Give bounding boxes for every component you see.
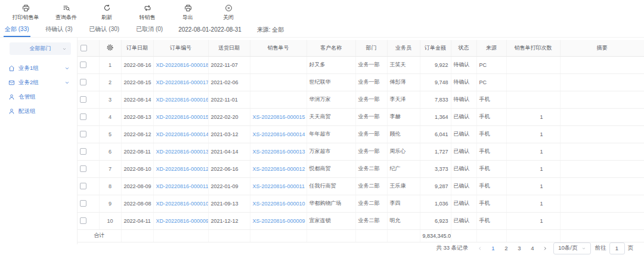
page-size-value: 10条/页 — [558, 244, 577, 252]
order-no-link[interactable]: XD-20220816-000011 — [156, 183, 209, 189]
status-cell: 已确认 — [451, 108, 476, 125]
col-header-amount[interactable]: 订单金额 — [420, 40, 451, 56]
delivery-date-cell: 2022-06-16 — [208, 160, 250, 177]
row-checkbox[interactable] — [80, 62, 86, 68]
sidebar-item-business-group-2[interactable]: 业务2组 — [0, 75, 77, 90]
user-icon — [8, 108, 15, 115]
row-checkbox[interactable] — [80, 131, 86, 137]
col-header-print-count[interactable]: 销售单打印次数 — [506, 40, 560, 56]
sidebar-item-delivery-group[interactable]: 配送组 — [0, 104, 77, 118]
status-cell: 已确认 — [451, 212, 476, 229]
sales-no-link[interactable]: XS-20220816-000010 — [253, 201, 305, 207]
row-checkbox[interactable] — [80, 148, 86, 155]
sales-no-link[interactable]: XS-20220816-000013 — [253, 149, 305, 155]
col-header-dept[interactable]: 部门 — [355, 40, 387, 56]
row-checkbox[interactable] — [80, 165, 86, 172]
page-button-2[interactable]: 2 — [501, 244, 510, 253]
select-all-checkbox[interactable] — [80, 45, 87, 51]
order-no-link[interactable]: XD-20220816-000012 — [156, 166, 209, 172]
page-button-1[interactable]: 1 — [488, 244, 497, 253]
goto-page-input[interactable] — [609, 242, 625, 254]
refresh-button[interactable]: 刷新 — [93, 4, 120, 22]
row-checkbox[interactable] — [80, 217, 86, 224]
user-icon — [8, 94, 15, 100]
page-button-4[interactable]: 4 — [528, 244, 537, 253]
order-no-link[interactable]: XD-20220816-000016 — [156, 97, 209, 103]
status-tabs: 全部 (33) 待确认 (3) 已确认 (30) 已取消 (0) 2022-08… — [0, 22, 644, 38]
chevron-down-icon — [64, 80, 70, 85]
source-cell: PC — [476, 56, 506, 73]
department-selector[interactable]: 全部部门 — [10, 42, 71, 55]
row-checkbox[interactable] — [80, 200, 86, 207]
summary-cell — [560, 125, 644, 143]
summary-cell — [560, 160, 644, 177]
query-conditions-button[interactable]: 查询条件 — [52, 4, 80, 22]
tab-label: 已确认 (30) — [89, 25, 120, 33]
row-index-cell: 7 — [99, 160, 121, 177]
order-date-cell: 2022-08-14 — [121, 91, 153, 108]
sidebar-item-label: 配送组 — [18, 108, 36, 115]
col-header-order-no[interactable]: 订单编号 — [153, 40, 208, 56]
col-header-salesperson[interactable]: 业务员 — [387, 40, 420, 56]
row-checkbox[interactable] — [80, 183, 86, 189]
prev-page-button[interactable] — [476, 244, 484, 253]
col-header-order-date[interactable]: 订单日期 — [121, 40, 153, 56]
tab-confirmed[interactable]: 已确认 (30) — [88, 22, 121, 37]
tab-pending-confirm[interactable]: 待确认 (3) — [45, 22, 74, 37]
chevron-down-icon — [62, 47, 67, 51]
export-button[interactable]: 导出 — [174, 4, 202, 22]
print-count-cell: 1 — [506, 108, 560, 125]
tab-all[interactable]: 全部 (33) — [4, 22, 30, 37]
salesperson-cell: 傅彭薄 — [387, 73, 420, 91]
source-filter[interactable]: 来源: 全部 — [257, 22, 284, 37]
order-no-link[interactable]: XD-20220816-000018 — [156, 62, 209, 68]
status-cell: 已确认 — [451, 143, 476, 160]
col-header-summary[interactable]: 摘要 — [560, 40, 644, 56]
order-no-link[interactable]: XD-20220816-000013 — [156, 149, 209, 155]
column-settings-gear-icon[interactable] — [106, 44, 114, 51]
col-header-delivery-date[interactable]: 送货日期 — [208, 40, 250, 56]
sales-no-link[interactable]: XS-20220816-000011 — [253, 183, 305, 189]
close-button[interactable]: 关闭 — [215, 4, 242, 22]
row-checkbox[interactable] — [80, 79, 86, 85]
tab-cancelled[interactable]: 已取消 (0) — [135, 22, 164, 37]
print-sales-order-button[interactable]: 打印销售单 — [12, 4, 39, 22]
col-header-status[interactable]: 状态 — [451, 40, 476, 56]
col-header-source[interactable]: 来源 — [476, 40, 506, 56]
delivery-date-cell: 2022-01-09 — [208, 177, 250, 195]
summary-cell — [560, 143, 644, 160]
sidebar-item-warehouse-group[interactable]: 仓管组 — [0, 90, 77, 104]
sidebar-item-business-group-1[interactable]: 业务1组 — [0, 61, 77, 75]
col-header-customer[interactable]: 客户名称 — [306, 40, 355, 56]
order-date-cell: 2022-04-11 — [121, 212, 153, 229]
tool-label: 关闭 — [223, 14, 234, 22]
print-count-cell — [506, 91, 560, 108]
order-no-link[interactable]: XD-20220816-000015 — [156, 114, 209, 120]
row-checkbox[interactable] — [80, 113, 86, 120]
order-no-link[interactable]: XD-20220816-000017 — [156, 79, 209, 85]
sales-no-link[interactable]: XS-20220816-000015 — [253, 114, 305, 120]
date-range-filter[interactable]: 2022-08-01-2022-08-31 — [178, 22, 242, 37]
sales-no-link[interactable]: XS-20220816-000012 — [253, 166, 305, 172]
page-button-3[interactable]: 3 — [515, 244, 524, 253]
page-size-select[interactable]: 10条/页 — [553, 242, 590, 254]
goto-label: 前往 — [595, 244, 606, 252]
source-cell: 手机 — [476, 160, 506, 177]
order-no-link[interactable]: XD-20220816-000009 — [156, 218, 209, 224]
sales-no-link[interactable]: XS-20220816-000009 — [253, 218, 305, 224]
customer-name-cell: 天天商贸 — [306, 108, 355, 125]
print-count-cell — [506, 73, 560, 91]
order-amount-cell: 1,036 — [420, 195, 451, 212]
mail-icon — [8, 79, 15, 86]
department-cell: 业务二部 — [355, 160, 387, 177]
row-checkbox[interactable] — [80, 96, 86, 103]
order-no-link[interactable]: XD-20220816-000014 — [156, 131, 209, 137]
next-page-button[interactable] — [541, 244, 549, 253]
orders-table: 订单日期 订单编号 送货日期 销售单号 客户名称 部门 业务员 订单金额 状态 … — [78, 40, 644, 242]
sales-no-link[interactable]: XS-20220816-000014 — [253, 131, 305, 137]
department-cell: 业务一部 — [355, 73, 387, 91]
order-no-link[interactable]: XD-20220816-000010 — [156, 201, 209, 207]
row-index-cell: 9 — [99, 195, 121, 212]
transfer-to-sales-button[interactable]: 转销售 — [134, 4, 161, 22]
col-header-sales-no[interactable]: 销售单号 — [250, 40, 306, 56]
